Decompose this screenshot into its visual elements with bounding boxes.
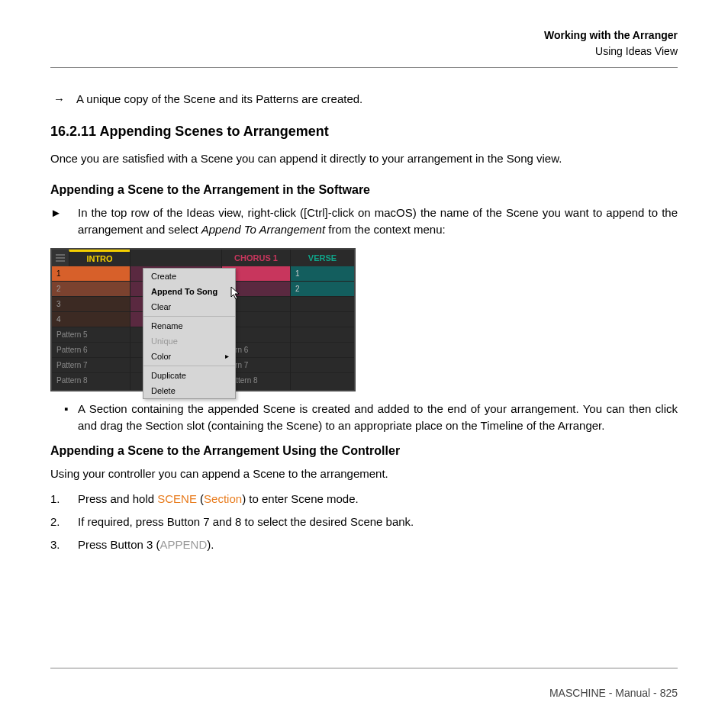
list-text: If required, press Button 7 and 8 to sel… bbox=[78, 513, 678, 531]
list-number: 2. bbox=[50, 513, 78, 531]
cell[interactable]: 1 bbox=[291, 266, 354, 282]
controller-paragraph: Using your controller you can append a S… bbox=[50, 465, 678, 483]
bottom-rule bbox=[50, 668, 678, 668]
step-bullet-1-italic: Append To Arrangement bbox=[201, 223, 325, 236]
list-item: 1. Press and hold SCENE (Section) to ent… bbox=[50, 490, 678, 508]
top-rule bbox=[50, 67, 678, 68]
cell[interactable]: 1 bbox=[52, 266, 130, 282]
scene-header-intro[interactable]: INTRO bbox=[69, 250, 130, 266]
subheading-controller: Appending a Scene to the Arrangement Usi… bbox=[50, 444, 678, 458]
cell[interactable]: Pattern 8 bbox=[52, 373, 130, 388]
scene-header-chorus[interactable]: CHORUS 1 bbox=[221, 250, 290, 266]
txt-part: ). bbox=[207, 538, 214, 551]
txt-part: Press Button 3 ( bbox=[78, 538, 160, 551]
cell[interactable]: 3 bbox=[52, 297, 130, 312]
ordered-list: 1. Press and hold SCENE (Section) to ent… bbox=[50, 490, 678, 554]
list-text: Press Button 3 (APPEND). bbox=[78, 536, 678, 554]
cell[interactable]: Pattern 6 bbox=[52, 343, 130, 358]
svg-rect-1 bbox=[56, 257, 65, 259]
append-label: APPEND bbox=[160, 538, 208, 551]
svg-rect-0 bbox=[56, 254, 65, 256]
svg-rect-2 bbox=[56, 260, 65, 262]
step-bullet-2-text: A Section containing the appended Scene … bbox=[78, 401, 678, 435]
menu-unique: Unique bbox=[143, 333, 235, 349]
list-number: 1. bbox=[50, 490, 78, 508]
play-triangle-icon: ► bbox=[50, 205, 78, 239]
menu-rename[interactable]: Rename bbox=[143, 318, 235, 333]
hamburger-icon[interactable] bbox=[52, 250, 69, 266]
square-bullet-icon: ▪ bbox=[64, 401, 78, 435]
chevron-right-icon: ▸ bbox=[225, 352, 229, 360]
list-item: 3. Press Button 3 (APPEND). bbox=[50, 536, 678, 554]
menu-color-label: Color bbox=[151, 352, 171, 361]
list-item: 2. If required, press Button 7 and 8 to … bbox=[50, 513, 678, 531]
scene-header-verse[interactable]: VERSE bbox=[290, 250, 354, 266]
page: Working with the Arranger Using Ideas Vi… bbox=[0, 0, 728, 728]
page-footer: MASCHINE - Manual - 825 bbox=[549, 687, 678, 699]
screenshot-ideas-view: INTRO CHORUS 1 VERSE 1 2 3 4 Pattern 5 P… bbox=[50, 248, 356, 391]
step-bullet-1-text: In the top row of the Ideas view, right-… bbox=[78, 205, 678, 239]
result-line: → A unique copy of the Scene and its Pat… bbox=[53, 92, 678, 105]
subheading-software: Appending a Scene to the Arrangement in … bbox=[50, 183, 678, 197]
running-head-title: Working with the Arranger bbox=[50, 27, 678, 43]
step-bullet-1b: from the context menu: bbox=[325, 223, 446, 236]
scene-label: SCENE bbox=[157, 492, 197, 505]
step-bullet-1: ► In the top row of the Ideas view, righ… bbox=[50, 205, 678, 239]
menu-delete[interactable]: Delete bbox=[143, 383, 235, 398]
txt-part: ) to enter Scene mode. bbox=[242, 492, 359, 505]
scene-col-1: 1 2 3 4 Pattern 5 Pattern 6 Pattern 7 Pa… bbox=[52, 266, 130, 390]
list-text: Press and hold SCENE (Section) to enter … bbox=[78, 490, 678, 508]
arrow-right-icon: → bbox=[53, 92, 76, 105]
menu-create[interactable]: Create bbox=[143, 269, 235, 284]
section-heading: 16.2.11 Appending Scenes to Arrangement bbox=[50, 124, 678, 140]
menu-append-to-song[interactable]: Append To Song bbox=[143, 284, 235, 299]
scene-header-build[interactable] bbox=[130, 250, 221, 266]
menu-clear[interactable]: Clear bbox=[143, 299, 235, 314]
cell[interactable] bbox=[291, 358, 354, 373]
menu-color[interactable]: Color▸ bbox=[143, 349, 235, 364]
menu-separator bbox=[143, 316, 235, 317]
cell[interactable]: Pattern 7 bbox=[52, 358, 130, 373]
result-text: A unique copy of the Scene and its Patte… bbox=[76, 92, 678, 105]
menu-separator bbox=[143, 366, 235, 366]
intro-paragraph: Once you are satisfied with a Scene you … bbox=[50, 150, 678, 168]
txt-part: Press and hold bbox=[78, 492, 157, 505]
cell[interactable]: 2 bbox=[52, 282, 130, 297]
cell[interactable] bbox=[291, 297, 354, 312]
running-head: Working with the Arranger Using Ideas Vi… bbox=[50, 27, 678, 60]
scene-header-row: INTRO CHORUS 1 VERSE bbox=[52, 250, 354, 266]
step-bullet-2: ▪ A Section containing the appended Scen… bbox=[64, 401, 678, 435]
context-menu: Create Append To Song Clear Rename Uniqu… bbox=[143, 268, 236, 399]
cell[interactable] bbox=[291, 373, 354, 388]
scene-body: 1 2 3 4 Pattern 5 Pattern 6 Pattern 7 Pa… bbox=[52, 266, 354, 390]
txt-part: ( bbox=[197, 492, 204, 505]
scene-col-4: 1 2 bbox=[290, 266, 354, 390]
cell[interactable] bbox=[291, 312, 354, 327]
cell[interactable] bbox=[291, 327, 354, 343]
section-label: Section bbox=[204, 492, 242, 505]
list-number: 3. bbox=[50, 536, 78, 554]
cell[interactable] bbox=[291, 343, 354, 358]
cell[interactable]: 2 bbox=[291, 282, 354, 297]
cell[interactable]: 4 bbox=[52, 312, 130, 327]
cursor-icon bbox=[230, 286, 241, 300]
menu-duplicate[interactable]: Duplicate bbox=[143, 368, 235, 383]
running-head-sub: Using Ideas View bbox=[50, 43, 678, 60]
cell[interactable]: Pattern 5 bbox=[52, 327, 130, 343]
